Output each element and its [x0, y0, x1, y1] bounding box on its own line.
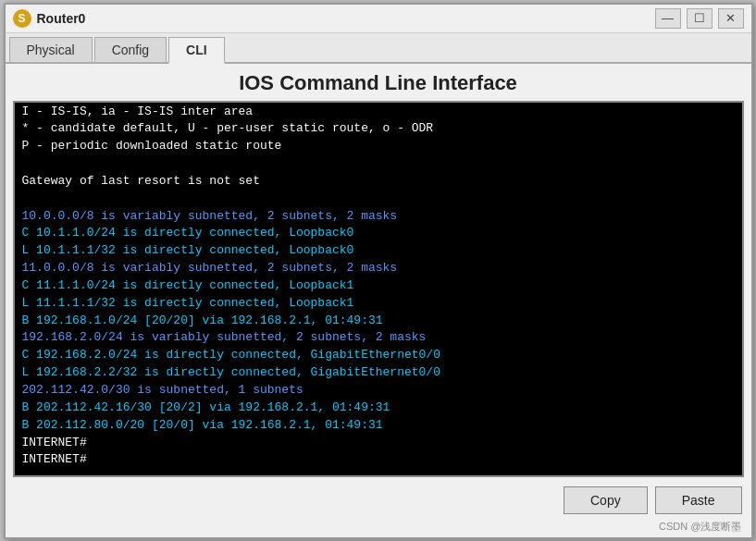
cli-line: C 11.1.1.0/24 is directly connected, Loo…	[22, 277, 735, 295]
tab-bar: Physical Config CLI	[6, 33, 751, 64]
cli-line: 11.0.0.0/8 is variably subnetted, 2 subn…	[22, 260, 735, 277]
window-title: Router0	[37, 11, 655, 26]
tab-config[interactable]: Config	[94, 37, 167, 62]
cli-output[interactable]: I - IS-IS, ia - IS-IS inter area * - can…	[15, 103, 742, 475]
cli-line: 10.0.0.0/8 is variably subnetted, 2 subn…	[22, 208, 735, 226]
tab-physical[interactable]: Physical	[9, 37, 93, 62]
cli-container[interactable]: I - IS-IS, ia - IS-IS inter area * - can…	[13, 101, 744, 477]
cli-line: 192.168.2.0/24 is variably subnetted, 2 …	[22, 329, 735, 347]
content-area: IOS Command Line Interface I - IS-IS, ia…	[6, 64, 751, 537]
cli-line: C 10.1.1.0/24 is directly connected, Loo…	[22, 225, 735, 242]
cli-line: I - IS-IS, ia - IS-IS inter area	[22, 104, 735, 121]
cli-line: C 192.168.2.0/24 is directly connected, …	[22, 347, 735, 364]
tab-cli[interactable]: CLI	[168, 37, 225, 64]
window-controls: — ☐ ✕	[655, 8, 744, 29]
cli-line: B 192.168.1.0/24 [20/20] via 192.168.2.1…	[22, 313, 735, 330]
bottom-bar: Copy Paste	[6, 481, 751, 520]
title-bar: S Router0 — ☐ ✕	[6, 5, 751, 33]
cli-line: B 202.112.80.0/20 [20/0] via 192.168.2.1…	[22, 417, 735, 435]
copy-button[interactable]: Copy	[564, 486, 648, 514]
cli-line: 202.112.42.0/30 is subnetted, 1 subnets	[22, 382, 735, 400]
cli-line: INTERNET#	[22, 435, 735, 452]
close-button[interactable]: ✕	[718, 8, 744, 29]
watermark: CSDN @浅度断墨	[6, 520, 751, 537]
cli-line: INTERNET#	[22, 451, 735, 469]
cli-line: B 202.112.42.16/30 [20/2] via 192.168.2.…	[22, 400, 735, 417]
cli-line: L 10.1.1.1/32 is directly connected, Loo…	[22, 242, 735, 260]
cli-line: P - periodic downloaded static route	[22, 138, 735, 155]
app-icon: S	[13, 9, 31, 28]
cli-line: Gateway of last resort is not set	[22, 173, 735, 191]
minimize-button[interactable]: —	[655, 8, 681, 29]
cli-line	[22, 155, 735, 173]
cli-line	[22, 191, 735, 208]
paste-button[interactable]: Paste	[655, 486, 742, 514]
page-title: IOS Command Line Interface	[6, 64, 751, 101]
cli-line: L 192.168.2.2/32 is directly connected, …	[22, 364, 735, 382]
maximize-button[interactable]: ☐	[687, 8, 713, 29]
cli-line: L 11.1.1.1/32 is directly connected, Loo…	[22, 295, 735, 313]
main-window: S Router0 — ☐ ✕ Physical Config CLI IOS …	[4, 3, 753, 539]
cli-line: * - candidate default, U - per-user stat…	[22, 120, 735, 138]
